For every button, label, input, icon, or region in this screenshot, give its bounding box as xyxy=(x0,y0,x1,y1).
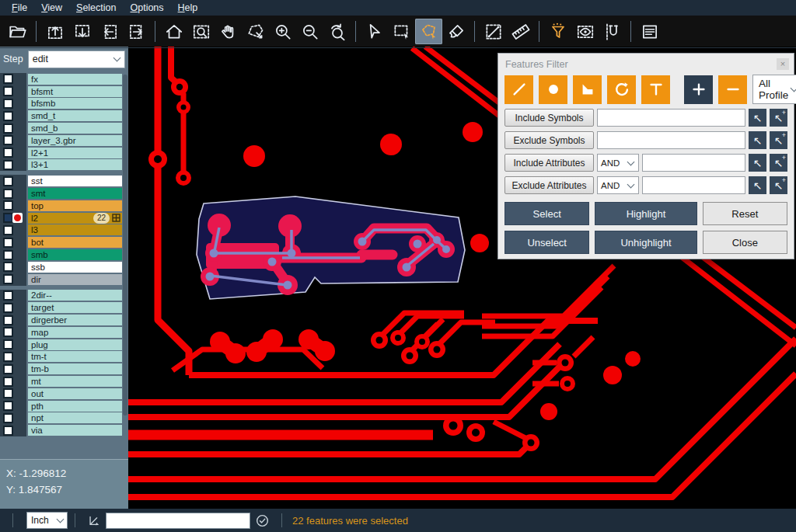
sidebar-scrollbar[interactable] xyxy=(123,75,127,416)
highlight-button[interactable]: Highlight xyxy=(595,202,696,225)
layer-row[interactable]: bfsmb xyxy=(0,98,128,110)
layer-grid-icon[interactable] xyxy=(112,214,120,222)
layer-row[interactable]: fx xyxy=(0,73,128,85)
layer-row[interactable]: smd_t xyxy=(0,110,128,122)
layer-visibility-checkbox[interactable] xyxy=(0,326,26,339)
layer-row[interactable]: l2+1 xyxy=(0,147,128,159)
select-arrow-icon[interactable] xyxy=(361,19,388,44)
layer-row[interactable]: bfsmt xyxy=(0,85,128,98)
layer-row[interactable]: target xyxy=(0,301,128,314)
measure-ruler-icon[interactable] xyxy=(507,19,534,44)
move-up-icon[interactable] xyxy=(41,19,68,44)
layer-row[interactable]: smd_b xyxy=(0,122,128,134)
pick-from-screen-button[interactable] xyxy=(749,109,766,127)
filter-row-label-button[interactable]: Include Attributes xyxy=(504,154,594,172)
filter-row-label-button[interactable]: Exclude Symbols xyxy=(504,131,594,149)
layer-row[interactable]: smt xyxy=(0,187,128,200)
filter-value-input[interactable] xyxy=(597,131,745,149)
layer-row[interactable]: tm-b xyxy=(0,363,128,375)
pick-add-from-screen-button[interactable] xyxy=(770,109,787,127)
show-eye-icon[interactable] xyxy=(571,19,599,44)
close-icon[interactable] xyxy=(777,58,789,70)
pick-from-screen-button[interactable] xyxy=(749,131,766,149)
filter-text-button[interactable] xyxy=(641,75,670,104)
remove-filter-button[interactable] xyxy=(718,75,747,104)
filter-surface-button[interactable] xyxy=(573,75,602,104)
layer-row[interactable]: dir xyxy=(0,273,128,286)
layer-visibility-checkbox[interactable] xyxy=(0,110,26,122)
close-button[interactable]: Close xyxy=(703,231,787,254)
layer-row[interactable]: plug xyxy=(0,339,128,351)
menu-item[interactable]: Selection xyxy=(69,1,123,15)
unselect-button[interactable]: Unselect xyxy=(504,231,589,254)
command-input[interactable] xyxy=(106,513,250,529)
pick-from-screen-button[interactable] xyxy=(749,176,766,194)
layer-visibility-checkbox[interactable] xyxy=(0,351,26,363)
layer-row[interactable]: l2 22 xyxy=(0,212,128,224)
layer-row[interactable]: ssb xyxy=(0,261,128,273)
add-filter-button[interactable] xyxy=(684,75,713,104)
filter-row-label-button[interactable]: Exclude Attributes xyxy=(504,176,594,194)
layer-visibility-checkbox[interactable] xyxy=(0,200,26,212)
layer-visibility-checkbox[interactable] xyxy=(0,236,26,249)
layer-visibility-checkbox[interactable] xyxy=(0,301,26,314)
layer-visibility-checkbox[interactable] xyxy=(0,412,26,425)
layer-row[interactable]: out xyxy=(0,388,128,400)
notes-panel-icon[interactable] xyxy=(636,19,663,44)
layer-visibility-checkbox[interactable] xyxy=(0,339,26,351)
zoom-in-icon[interactable] xyxy=(269,19,296,44)
pick-from-screen-button[interactable] xyxy=(749,154,766,172)
step-select[interactable]: edit xyxy=(28,50,125,68)
pick-add-from-screen-button[interactable] xyxy=(770,176,787,194)
open-folder-icon[interactable] xyxy=(4,19,31,44)
filter-line-button[interactable] xyxy=(504,75,533,104)
layer-visibility-checkbox[interactable] xyxy=(0,290,26,302)
unit-select[interactable]: Inch xyxy=(26,512,68,529)
layer-row[interactable]: 2dir-- xyxy=(0,290,128,302)
layer-visibility-checkbox[interactable] xyxy=(0,73,26,85)
filter-arc-button[interactable] xyxy=(607,75,636,104)
layer-row[interactable]: npt xyxy=(0,412,128,425)
layer-row[interactable]: bot xyxy=(0,236,128,249)
layer-visibility-checkbox[interactable] xyxy=(0,261,26,273)
select-button[interactable]: Select xyxy=(504,202,589,225)
layer-visibility-checkbox[interactable] xyxy=(0,400,26,412)
zoom-window-icon[interactable] xyxy=(187,19,215,44)
filter-value-input[interactable] xyxy=(642,176,745,194)
menu-item[interactable]: File xyxy=(5,1,34,15)
home-icon[interactable] xyxy=(160,19,187,44)
zoom-out-icon[interactable] xyxy=(296,19,323,44)
layer-visibility-checkbox[interactable] xyxy=(0,98,26,110)
pick-add-from-screen-button[interactable] xyxy=(770,154,787,172)
layer-visibility-checkbox[interactable] xyxy=(0,159,26,172)
filter-pad-button[interactable] xyxy=(539,75,567,104)
snap-magnet-icon[interactable] xyxy=(599,19,626,44)
move-left-icon[interactable] xyxy=(96,19,123,44)
layer-visibility-checkbox[interactable] xyxy=(0,388,26,400)
layer-row[interactable]: map xyxy=(0,326,128,339)
layer-row[interactable]: l3 xyxy=(0,224,128,237)
layer-visibility-checkbox[interactable] xyxy=(0,147,26,159)
operator-select[interactable]: AND xyxy=(597,176,639,194)
unhighlight-button[interactable]: Unhighlight xyxy=(595,231,696,254)
layer-row[interactable]: tm-t xyxy=(0,351,128,363)
reset-button[interactable]: Reset xyxy=(703,202,787,225)
apply-check-icon[interactable] xyxy=(255,513,270,528)
layer-row[interactable]: top xyxy=(0,200,128,212)
menu-item[interactable]: View xyxy=(34,1,69,15)
angle-measure-icon[interactable] xyxy=(87,513,101,527)
select-rectangle-icon[interactable] xyxy=(388,19,415,44)
layer-visibility-checkbox[interactable] xyxy=(0,122,26,134)
layer-visibility-checkbox[interactable] xyxy=(0,175,26,187)
features-filter-funnel-icon[interactable] xyxy=(544,19,571,44)
layer-visibility-checkbox[interactable] xyxy=(0,375,26,388)
operator-select[interactable]: AND xyxy=(597,154,639,172)
layer-row[interactable]: l3+1 xyxy=(0,159,128,172)
layer-row[interactable]: mt xyxy=(0,375,128,388)
zoom-object-icon[interactable] xyxy=(242,19,269,44)
layer-row[interactable]: dirgerber xyxy=(0,314,128,326)
layer-visibility-checkbox[interactable] xyxy=(0,134,26,147)
layer-visibility-checkbox[interactable] xyxy=(0,363,26,375)
select-polygon-icon[interactable] xyxy=(415,19,442,44)
filter-value-input[interactable] xyxy=(597,109,745,127)
